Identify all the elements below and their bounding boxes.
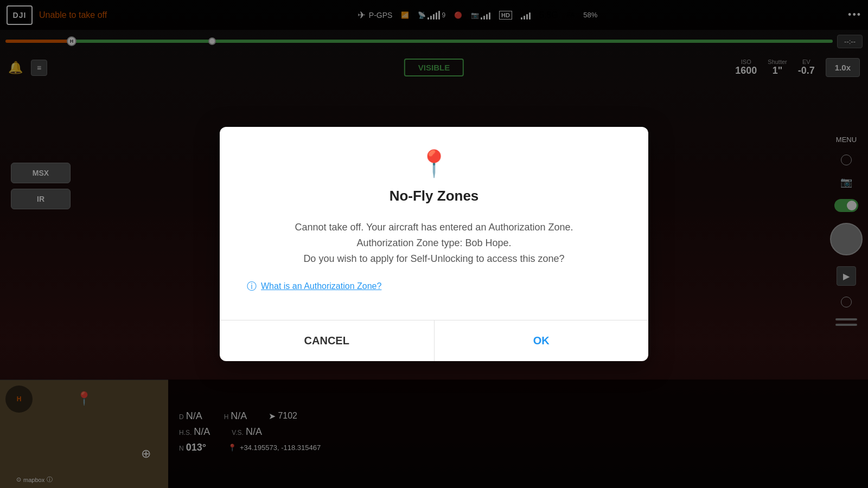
cancel-button[interactable]: CANCEL <box>220 320 435 361</box>
authorization-zone-link[interactable]: What is an Authorization Zone? <box>261 281 381 291</box>
modal-footer: CANCEL OK <box>220 320 648 361</box>
info-circle-icon: ⓘ <box>247 280 257 293</box>
modal-dialog: 📍 No-Fly Zones Cannot take off. Your air… <box>220 127 648 361</box>
modal-message: Cannot take off. Your aircraft has enter… <box>247 220 621 266</box>
modal-link-row: ⓘ What is an Authorization Zone? <box>247 280 621 293</box>
modal-body: 📍 No-Fly Zones Cannot take off. Your air… <box>220 127 648 319</box>
ok-button[interactable]: OK <box>435 320 649 361</box>
modal-title: No-Fly Zones <box>247 188 621 204</box>
modal-overlay: 📍 No-Fly Zones Cannot take off. Your air… <box>0 0 868 488</box>
modal-pin-icon: 📍 <box>247 149 621 179</box>
